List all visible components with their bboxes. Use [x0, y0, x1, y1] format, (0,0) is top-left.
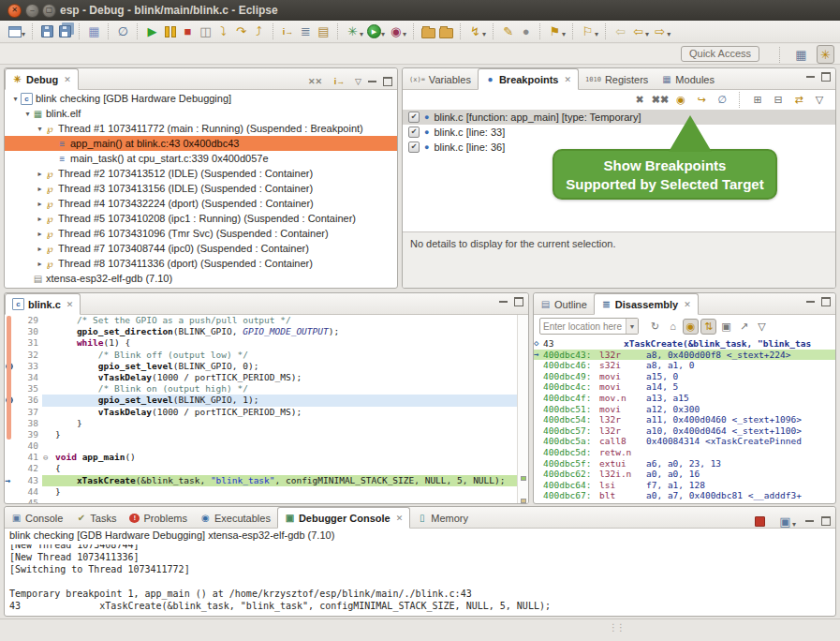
debug-tree-row[interactable]: ▾cblink checking [GDB Hardware Debugging…	[5, 91, 397, 106]
debug-perspective-button[interactable]: ✳	[817, 45, 834, 64]
code-line[interactable]: 33 gpio_set_level(BLINK_GPIO, 0);	[5, 361, 528, 372]
terminate-console-button[interactable]	[751, 512, 769, 530]
expand-arrow-icon[interactable]: ▸	[35, 170, 45, 178]
disassembly-row[interactable]: 400dbc46:s32ia8, a1, 0	[534, 360, 835, 371]
breakpoint-checkbox[interactable]: ✔	[408, 112, 420, 123]
code-line[interactable]: 34 vTaskDelay(1000 / portTICK_PERIOD_MS)…	[5, 372, 528, 383]
expand-arrow-icon[interactable]: ▸	[35, 185, 45, 193]
debug-tree-row[interactable]: ▸℘Thread #4 1073432224 (dport) (Suspende…	[5, 196, 397, 211]
breakpoint-checkbox[interactable]: ✔	[408, 142, 420, 153]
skip-all-breakpoints-toggle[interactable]: ∅	[714, 92, 730, 108]
remove-all-terminated-icon[interactable]: ✕✕	[306, 72, 324, 91]
tab-modules[interactable]: ▦Modules	[655, 69, 721, 89]
disassembly-row[interactable]: 400dbc64:lsif7, a1, 128	[534, 480, 835, 491]
overview-ruler[interactable]	[517, 315, 528, 503]
tab-breakpoints[interactable]: ●Breakpoints✕	[478, 68, 579, 90]
display-selected-console-button-dropdown-icon[interactable]: ▾	[792, 520, 796, 529]
expand-arrow-icon[interactable]: ▾	[35, 125, 45, 133]
debug-button-dropdown-icon[interactable]: ▾	[360, 30, 363, 38]
disassembly-row[interactable]: 400dbc51:movia12, 0x300	[534, 404, 835, 415]
breakpoint-checkbox[interactable]: ✔	[408, 127, 420, 138]
combo-dropdown-icon[interactable]: ▼	[626, 319, 638, 334]
tab-close-icon[interactable]: ✕	[684, 300, 691, 309]
last-edit-location-button[interactable]: ⇦	[612, 22, 629, 41]
step-into-button[interactable]: ⤵	[214, 22, 232, 41]
expand-arrow-icon[interactable]: ▸	[35, 245, 45, 253]
new-wizard-button-dropdown-icon[interactable]: ▾	[22, 30, 25, 38]
disassembly-row[interactable]: 400dbc5f:extuia6, a0, 23, 13	[534, 458, 835, 470]
debug-tree-row[interactable]: ▸℘Thread #7 1073408744 (ipc0) (Suspended…	[5, 241, 397, 256]
remove-all-breakpoints-button[interactable]: ✖✖	[652, 92, 669, 108]
open-debug-config-folder-button[interactable]	[420, 22, 437, 41]
step-over-button[interactable]: ↷	[232, 22, 250, 41]
console-output[interactable]: [New Thread 1073408744][New Thread 10734…	[5, 544, 835, 616]
debug-tree-row[interactable]: ▸℘Thread #3 1073413156 (IDLE) (Suspended…	[5, 181, 397, 196]
tab-blink-c[interactable]: cblink.c✕	[5, 293, 81, 315]
terminate-button[interactable]: ■	[179, 22, 197, 41]
goto-file-button[interactable]: ↪	[693, 92, 710, 108]
breakpoint-row[interactable]: ✔●blink.c [function: app_main] [type: Te…	[403, 110, 835, 125]
debug-tree-row[interactable]: ≡app_main() at blink.c:43 0x400dbc43	[5, 136, 397, 151]
debug-tree-row[interactable]: ▤xtensa-esp32-elf-gdb (7.10)	[5, 271, 397, 286]
maximize-icon[interactable]	[821, 72, 831, 82]
code-line[interactable]: 32 /* Blink off (output low) */	[5, 350, 528, 361]
tab-console[interactable]: ▣Console	[5, 508, 69, 528]
tab-problems[interactable]: !Problems	[123, 508, 193, 528]
open-run-config-folder-button[interactable]	[437, 22, 455, 41]
code-line[interactable]: 35 /* Blink on (output high) */	[5, 383, 528, 395]
maximize-icon[interactable]	[821, 516, 831, 526]
last-edit-ball-button[interactable]: ●	[517, 22, 535, 41]
minimize-icon[interactable]	[806, 298, 815, 306]
back-button-dropdown-icon[interactable]: ▾	[645, 30, 649, 38]
coverage-button-dropdown-icon[interactable]: ▾	[403, 30, 406, 38]
expand-arrow-icon[interactable]: ▸	[35, 200, 45, 208]
use-step-filters-button[interactable]: ≣	[297, 22, 315, 41]
code-line[interactable]: 44}	[5, 486, 528, 498]
code-line[interactable]: 43 xTaskCreate(&blink_task, "blink_task"…	[5, 475, 528, 486]
refresh-button[interactable]: ↻	[647, 319, 663, 335]
collapse-all-button[interactable]: ⊟	[770, 92, 787, 108]
disassembly-row[interactable]: 400dbc49:movia15, 0	[534, 371, 835, 382]
disassembly-row[interactable]: →400dbc43:l32ra8, 0x400d00f8 <_stext+224…	[534, 350, 835, 361]
disassembly-row[interactable]: 400dbc54:l32ra11, 0x400d0460 <_stext+109…	[534, 414, 835, 425]
suspend-button[interactable]	[161, 22, 179, 41]
sync-selection-toggle[interactable]: ⇅	[700, 319, 716, 335]
code-line[interactable]: 29 /* Set the GPIO as a push/pull output…	[5, 315, 528, 326]
tab-outline[interactable]: ▤Outline	[534, 294, 594, 314]
drop-to-frame-button[interactable]: ▤	[315, 22, 332, 41]
tab-disassembly[interactable]: ≣Disassembly✕	[594, 293, 699, 315]
code-line[interactable]: 41void app_main()	[5, 452, 528, 463]
debug-tree-row[interactable]: ▸℘Thread #5 1073410208 (ipc1 : Running) …	[5, 211, 397, 226]
window-maximize-button[interactable]: ▢	[42, 4, 56, 18]
disassembly-row[interactable]: 400dbc5a:call80x40084314 <xTaskCreatePin…	[534, 436, 835, 447]
run-button-dropdown-icon[interactable]: ▾	[381, 30, 385, 38]
build-button[interactable]: ▦	[85, 22, 103, 41]
disassembly-row[interactable]: 400dbc67:blta0, a7, 0x400dbc81 <__adddf3…	[534, 490, 835, 501]
resume-button[interactable]: ▶	[143, 22, 161, 41]
maximize-icon[interactable]	[514, 297, 523, 306]
tab-variables[interactable]: (x)=Variables	[403, 69, 478, 89]
debug-tree-row[interactable]: ▸℘Thread #2 1073413512 (IDLE) (Suspended…	[5, 166, 397, 181]
disassembly-row[interactable]: ◇43xTaskCreate(&blink_task, "blink_tas	[534, 338, 835, 350]
code-line[interactable]: 39}	[5, 429, 528, 440]
code-line[interactable]: 45	[5, 498, 528, 504]
expand-arrow-icon[interactable]: ▸	[35, 230, 45, 238]
tab-close-icon[interactable]: ✕	[64, 75, 71, 84]
annotation-nav-button-dropdown-icon[interactable]: ▾	[562, 30, 566, 38]
save-button[interactable]	[38, 22, 56, 41]
tab-registers[interactable]: 1010Registers	[579, 69, 655, 89]
export-button[interactable]: ↗	[736, 319, 752, 335]
minimize-icon[interactable]	[806, 73, 815, 82]
view-menu-button[interactable]: ▽	[754, 319, 770, 335]
tab-memory[interactable]: ▯Memory	[410, 508, 475, 528]
expand-arrow-icon[interactable]: ▸	[35, 260, 45, 268]
code-line[interactable]: 31 while(1) {	[5, 337, 528, 349]
disassembly-row[interactable]: 400dbc5d:retw.n	[534, 447, 835, 458]
disassembly-row[interactable]: 400dbc4c:movia14, 5	[534, 381, 835, 393]
code-line[interactable]: 30 gpio_set_direction(BLINK_GPIO, GPIO_M…	[5, 326, 528, 337]
minimize-icon[interactable]	[499, 298, 508, 306]
open-perspective-button[interactable]: ▦	[792, 45, 810, 64]
minimize-icon[interactable]	[805, 517, 814, 526]
home-button[interactable]: ⌂	[665, 319, 681, 335]
tab-close-icon[interactable]: ✕	[66, 300, 74, 309]
